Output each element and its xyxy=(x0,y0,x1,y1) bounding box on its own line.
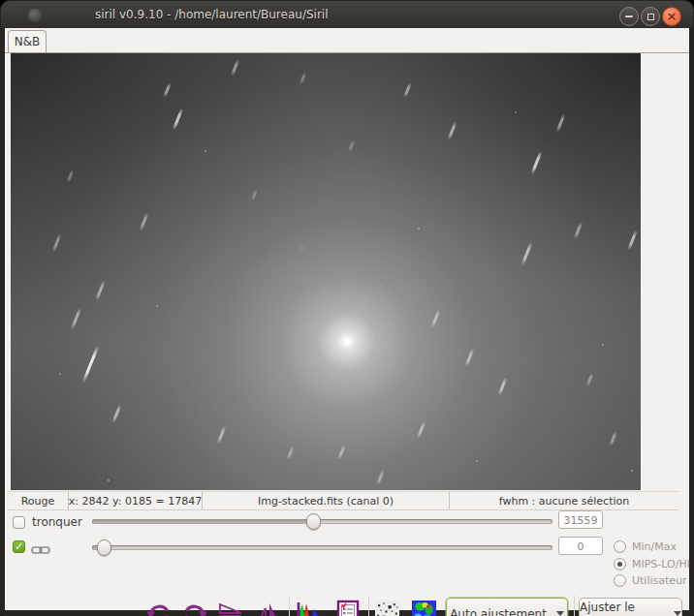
star xyxy=(515,111,517,113)
star xyxy=(379,286,381,288)
window-frame: siril v0.9.10 - /home/laurent/Bureau/Sir… xyxy=(0,0,694,616)
auto-adjust-dropdown[interactable]: Auto ajustement xyxy=(446,598,568,616)
false-color-view-button[interactable] xyxy=(412,601,436,616)
auto-adjust-label: Auto ajustement xyxy=(450,607,547,616)
star xyxy=(301,247,303,249)
star-trail xyxy=(417,421,426,439)
radio-mips-lo-hi[interactable]: MIPS-LO/HI xyxy=(614,558,690,570)
radio-icon[interactable] xyxy=(614,558,626,570)
chevron-down-icon xyxy=(556,611,564,616)
star-trail xyxy=(520,241,533,265)
star-trail xyxy=(530,150,543,174)
star-trail xyxy=(585,373,593,386)
lo-checkbox[interactable] xyxy=(13,540,25,553)
star-trail xyxy=(464,348,474,367)
star-trail xyxy=(81,345,100,384)
rotate-cw-icon xyxy=(180,600,209,616)
processing-log-icon xyxy=(333,600,363,616)
rotate-cw-button[interactable] xyxy=(180,600,209,616)
radio-icon[interactable] xyxy=(614,574,626,587)
star xyxy=(156,305,158,307)
star-trail xyxy=(627,230,638,251)
status-fwhm: fwhm : aucune sélection xyxy=(449,492,678,509)
star-trail xyxy=(163,82,172,98)
fit-zoom-label: Ajuster le zoom xyxy=(580,601,664,616)
star-trail xyxy=(430,309,440,328)
status-channel: Rouge xyxy=(8,492,68,509)
radio-label: Utilisateur xyxy=(632,574,687,587)
mirror-vertical-button[interactable] xyxy=(253,600,282,616)
radio-label: Min/Max xyxy=(632,540,677,553)
star-trail xyxy=(555,113,565,133)
processing-log-button[interactable] xyxy=(333,600,363,616)
minimize-button[interactable] xyxy=(619,7,639,26)
close-icon: × xyxy=(667,10,678,22)
truncate-checkbox[interactable] xyxy=(13,516,25,529)
star-trail xyxy=(71,307,82,329)
status-cursor-coords: x: 2842 y: 0185 = 17847 xyxy=(68,492,202,509)
lo-slider-track[interactable] xyxy=(92,545,552,550)
radio-utilisateur[interactable]: Utilisateur xyxy=(614,574,690,587)
chain-link-icon[interactable] xyxy=(31,541,50,560)
star xyxy=(59,373,61,375)
window-title: siril v0.9.10 - /home/laurent/Bureau/Sir… xyxy=(95,8,328,21)
tab-nb[interactable]: N&B xyxy=(8,30,47,52)
titlebar[interactable]: siril v0.9.10 - /home/laurent/Bureau/Sir… xyxy=(1,1,693,29)
toolbar-separator xyxy=(289,596,290,616)
radio-label: MIPS-LO/HI xyxy=(632,558,690,570)
radio-icon[interactable] xyxy=(614,540,626,553)
false-color-view-icon xyxy=(412,601,436,616)
star xyxy=(205,150,206,152)
window-content: N&B Rouge x: 2842 y: 0185 = 17847 Img-st… xyxy=(5,28,689,610)
star-trail xyxy=(66,169,74,183)
hi-level-slider[interactable] xyxy=(92,513,552,530)
truncate-label: tronquer xyxy=(32,515,82,529)
star xyxy=(108,479,110,481)
star-trail xyxy=(609,431,617,447)
star xyxy=(602,344,604,346)
statusbar: Rouge x: 2842 y: 0185 = 17847 Img-stacke… xyxy=(8,491,678,510)
siril-app-icon xyxy=(28,9,42,22)
star-trail xyxy=(376,470,385,485)
star-trail xyxy=(348,140,355,152)
hi-value-field[interactable]: 31559 xyxy=(558,510,603,529)
toolbar-separator xyxy=(574,596,575,616)
hi-slider-handle[interactable] xyxy=(306,513,321,530)
histogram-button[interactable] xyxy=(295,600,324,616)
maximize-icon xyxy=(647,14,654,20)
star-trail xyxy=(51,233,61,253)
star-trail xyxy=(216,425,226,445)
radio-min-max[interactable]: Min/Max xyxy=(614,540,690,553)
star-trail xyxy=(95,280,106,301)
star xyxy=(476,460,478,462)
star-trail xyxy=(574,222,584,239)
mirror-horizontal-button[interactable] xyxy=(216,600,245,616)
star-trail xyxy=(300,73,306,84)
negative-view-button[interactable] xyxy=(375,601,399,616)
chevron-down-icon xyxy=(674,611,681,616)
minimize-icon xyxy=(625,15,633,17)
toolbar-separator xyxy=(368,596,369,616)
star-trail xyxy=(251,189,258,200)
negative-view-icon xyxy=(375,601,399,616)
image-canvas[interactable] xyxy=(11,53,641,490)
maximize-button[interactable] xyxy=(641,7,660,26)
star-trail xyxy=(111,404,121,423)
star-trail xyxy=(231,59,240,77)
mirror-horizontal-icon xyxy=(216,600,245,616)
star-trail xyxy=(447,121,457,140)
close-button[interactable]: × xyxy=(662,7,681,26)
lo-value-field[interactable]: 0 xyxy=(558,537,603,555)
hi-slider-fill xyxy=(92,519,313,524)
star-trail xyxy=(337,445,346,460)
star-trail xyxy=(173,108,184,130)
fit-zoom-dropdown[interactable]: Ajuster le zoom xyxy=(579,598,682,616)
lo-slider-handle[interactable] xyxy=(97,539,111,556)
star-trail xyxy=(139,212,148,231)
rotate-ccw-icon xyxy=(144,600,174,616)
star-trail xyxy=(403,82,412,98)
rotate-ccw-button[interactable] xyxy=(144,600,174,616)
lo-level-slider[interactable] xyxy=(92,539,552,556)
mirror-vertical-icon xyxy=(253,600,282,616)
star xyxy=(631,470,633,472)
